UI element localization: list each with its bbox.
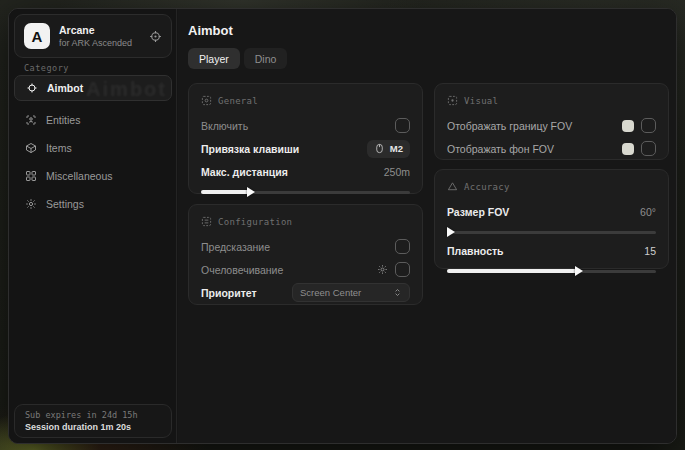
- gear-icon: [24, 198, 37, 210]
- fov-bg-controls: [622, 141, 656, 156]
- fov-bg-label: Отображать фон FOV: [447, 143, 554, 155]
- distance-slider[interactable]: [201, 186, 410, 198]
- sidebar-item-settings[interactable]: Settings: [14, 191, 172, 217]
- fov-size-label: Размер FOV: [447, 206, 509, 218]
- unfold-icon: [393, 287, 402, 298]
- category-label: Category: [24, 63, 69, 73]
- visual-icon: [447, 95, 458, 106]
- enable-row: Включить: [201, 115, 410, 136]
- humanization-settings-icon[interactable]: [377, 264, 388, 275]
- page-title: Aimbot: [188, 23, 233, 38]
- sidebar-item-aimbot[interactable]: Aimbot Aimbot: [14, 75, 172, 101]
- fov-border-color-swatch[interactable]: [622, 120, 634, 132]
- sidebar-item-label: Aimbot: [47, 82, 83, 94]
- enable-label: Включить: [201, 120, 248, 132]
- app-title-block: Arcane for ARK Ascended: [59, 24, 140, 48]
- app-subtitle: for ARK Ascended: [59, 38, 140, 48]
- main-content: Aimbot Player Dino General Включить Прив…: [178, 9, 676, 443]
- fov-border-checkbox[interactable]: [641, 118, 656, 133]
- distance-row: Макс. дистанция 250m: [201, 161, 410, 182]
- configuration-icon: [201, 216, 212, 227]
- smoothness-label: Плавность: [447, 245, 504, 257]
- enable-checkbox[interactable]: [395, 118, 410, 133]
- slider-thumb[interactable]: [247, 187, 255, 197]
- sidebar: A Arcane for ARK Ascended Category Aimbo…: [9, 9, 177, 443]
- fov-border-controls: [622, 118, 656, 133]
- card-accuracy: Accuracy Размер FOV 60° Плавность 15: [434, 169, 669, 269]
- fov-border-row: Отображать границу FOV: [447, 115, 656, 136]
- card-title: General: [218, 96, 258, 106]
- sidebar-item-label: Items: [46, 142, 72, 154]
- slider-fill: [201, 190, 249, 194]
- smoothness-row: Плавность 15: [447, 240, 656, 261]
- priority-dropdown[interactable]: Screen Center: [292, 283, 410, 302]
- crosshair-icon: [25, 82, 38, 94]
- prediction-checkbox[interactable]: [395, 239, 410, 254]
- card-visual: Visual Отображать границу FOV Отображать…: [434, 83, 669, 160]
- sub-expires-text: Sub expires in 24d 15h: [25, 410, 161, 420]
- tab-player[interactable]: Player: [188, 48, 240, 69]
- mouse-icon: [374, 143, 385, 154]
- target-icon[interactable]: [149, 30, 162, 43]
- prediction-label: Предсказание: [201, 241, 270, 253]
- slider-track: [447, 231, 656, 234]
- tab-bar: Player Dino: [188, 48, 287, 69]
- card-title: Accuracy: [464, 182, 510, 192]
- subscription-status: Sub expires in 24d 15h Session duration …: [14, 404, 172, 438]
- card-title: Visual: [464, 96, 498, 106]
- session-duration-text: Session duration 1m 20s: [25, 422, 161, 432]
- distance-value: 250m: [384, 166, 410, 178]
- sidebar-item-label: Settings: [46, 198, 84, 210]
- humanization-checkbox[interactable]: [395, 262, 410, 277]
- general-icon: [201, 95, 212, 106]
- tab-dino[interactable]: Dino: [244, 48, 288, 69]
- fov-size-row: Размер FOV 60°: [447, 201, 656, 222]
- card-title: Configuration: [218, 217, 292, 227]
- slider-fill: [447, 269, 577, 273]
- distance-label: Макс. дистанция: [201, 166, 288, 178]
- keybind-button[interactable]: M2: [367, 140, 410, 158]
- package-icon: [24, 142, 37, 154]
- app-header: A Arcane for ARK Ascended: [14, 14, 172, 58]
- accuracy-icon: [447, 181, 458, 192]
- card-configuration-header: Configuration: [201, 216, 410, 227]
- card-accuracy-header: Accuracy: [447, 181, 656, 192]
- keybind-label: Привязка клавиши: [201, 143, 299, 155]
- card-general-header: General: [201, 95, 410, 106]
- fov-bg-checkbox[interactable]: [641, 141, 656, 156]
- priority-value: Screen Center: [300, 287, 361, 298]
- smoothness-slider[interactable]: [447, 265, 656, 277]
- card-general: General Включить Привязка клавиши M2: [188, 83, 423, 194]
- app-window: A Arcane for ARK Ascended Category Aimbo…: [8, 8, 677, 444]
- humanization-row: Очеловечивание: [201, 259, 410, 280]
- card-visual-header: Visual: [447, 95, 656, 106]
- grid-icon: [24, 170, 37, 182]
- priority-row: Приоритет Screen Center: [201, 282, 410, 303]
- fov-border-label: Отображать границу FOV: [447, 120, 572, 132]
- fov-bg-row: Отображать фон FOV: [447, 138, 656, 159]
- smoothness-value: 15: [644, 245, 656, 257]
- fov-size-value: 60°: [640, 206, 656, 218]
- prediction-row: Предсказание: [201, 236, 410, 257]
- sidebar-item-label: Miscellaneous: [46, 170, 113, 182]
- humanization-controls: [377, 262, 410, 277]
- keybind-row: Привязка клавиши M2: [201, 138, 410, 159]
- sidebar-item-miscellaneous[interactable]: Miscellaneous: [14, 163, 172, 189]
- ghost-decoration: Aimbot: [86, 78, 167, 101]
- slider-thumb[interactable]: [575, 266, 583, 276]
- sidebar-item-entities[interactable]: Entities: [14, 107, 172, 133]
- keybind-value: M2: [390, 143, 403, 154]
- app-logo: A: [24, 23, 50, 49]
- sidebar-item-items[interactable]: Items: [14, 135, 172, 161]
- app-name: Arcane: [59, 24, 140, 36]
- card-configuration: Configuration Предсказание Очеловечивани…: [188, 204, 423, 305]
- scan-person-icon: [24, 114, 37, 126]
- fov-size-slider[interactable]: [447, 226, 656, 238]
- fov-bg-color-swatch[interactable]: [622, 143, 634, 155]
- humanization-label: Очеловечивание: [201, 264, 283, 276]
- slider-thumb[interactable]: [447, 227, 455, 237]
- priority-label: Приоритет: [201, 287, 257, 299]
- sidebar-item-label: Entities: [46, 114, 80, 126]
